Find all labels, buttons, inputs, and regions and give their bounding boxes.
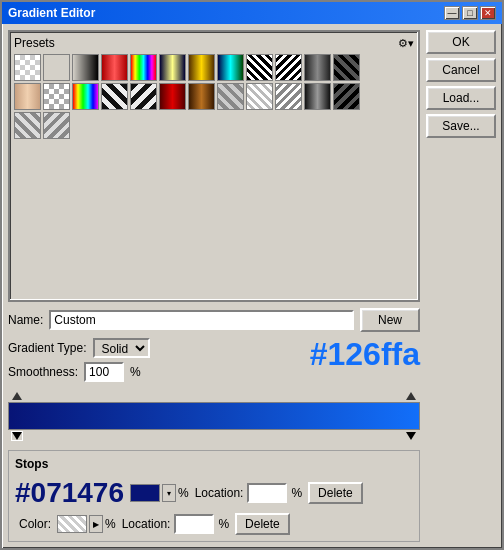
preset-item[interactable]	[159, 54, 186, 81]
save-button[interactable]: Save...	[426, 114, 496, 138]
title-bar-buttons: — □ ✕	[444, 6, 496, 20]
preset-item[interactable]	[188, 83, 215, 110]
gradient-type-select[interactable]: Solid	[93, 338, 150, 358]
location-input-2[interactable]	[174, 514, 214, 534]
preset-item[interactable]	[43, 112, 70, 139]
name-input[interactable]	[49, 310, 354, 330]
cancel-button[interactable]: Cancel	[426, 58, 496, 82]
presets-grid	[14, 54, 414, 139]
preset-item[interactable]	[333, 54, 360, 81]
percent-unit-2: %	[291, 486, 302, 500]
preset-item[interactable]	[101, 54, 128, 81]
color-stop-left[interactable]	[12, 432, 22, 440]
content-area: Presets ⚙▾	[2, 24, 502, 548]
preset-item[interactable]	[101, 83, 128, 110]
presets-row-3	[14, 112, 414, 139]
presets-row-1	[14, 54, 414, 81]
preset-item[interactable]	[43, 83, 70, 110]
stops-row-2: Color: ▶ % Location: % Delete	[15, 513, 413, 535]
presets-header: Presets ⚙▾	[14, 36, 414, 50]
gradient-bar[interactable]	[8, 402, 420, 430]
preset-item[interactable]	[188, 54, 215, 81]
minimize-button[interactable]: —	[444, 6, 460, 20]
top-stops	[8, 392, 420, 400]
opacity-stop-right[interactable]	[406, 392, 416, 400]
name-label: Name:	[8, 313, 43, 327]
preset-item[interactable]	[14, 83, 41, 110]
color-hex-display: #071476	[15, 477, 124, 509]
preset-item[interactable]	[217, 83, 244, 110]
opacity-stop-left[interactable]	[12, 392, 22, 400]
preset-item[interactable]	[72, 83, 99, 110]
preset-item[interactable]	[246, 83, 273, 110]
preset-item[interactable]	[14, 112, 41, 139]
stops-section: Stops #071476 ▾ % Location: %	[8, 450, 420, 542]
new-button[interactable]: New	[360, 308, 420, 332]
stops-label: Stops	[15, 457, 413, 471]
maximize-button[interactable]: □	[462, 6, 478, 20]
title-bar: Gradient Editor — □ ✕	[2, 2, 502, 24]
preset-item[interactable]	[304, 83, 331, 110]
stops-rows: #071476 ▾ % Location: % Delete	[15, 477, 413, 535]
preset-item[interactable]	[217, 54, 244, 81]
location-input-1[interactable]	[247, 483, 287, 503]
location-label-2: Location:	[122, 517, 171, 531]
presets-box: Presets ⚙▾	[8, 30, 420, 302]
smoothness-input[interactable]	[84, 362, 124, 382]
location-row-1: Location: %	[195, 483, 302, 503]
preset-item[interactable]	[72, 54, 99, 81]
gradient-bar-area	[8, 392, 420, 440]
preset-item[interactable]	[159, 83, 186, 110]
name-row: Name: New	[8, 308, 420, 332]
color-stop-right[interactable]	[406, 432, 416, 440]
ok-button[interactable]: OK	[426, 30, 496, 54]
percent-unit-1: %	[178, 486, 189, 500]
gradient-type-label: Gradient Type:	[8, 341, 87, 355]
presets-label: Presets	[14, 36, 55, 50]
smoothness-label: Smoothness:	[8, 365, 78, 379]
presets-row-2	[14, 83, 414, 110]
percent-unit-3: %	[105, 517, 116, 531]
color-swatch[interactable]	[130, 484, 160, 502]
delete-button-2[interactable]: Delete	[235, 513, 290, 535]
close-button[interactable]: ✕	[480, 6, 496, 20]
preset-item[interactable]	[43, 54, 70, 81]
preset-item[interactable]	[333, 83, 360, 110]
gradient-editor-window: Gradient Editor — □ ✕ Presets ⚙▾	[0, 0, 504, 550]
preset-item[interactable]	[130, 83, 157, 110]
preset-item[interactable]	[275, 83, 302, 110]
load-button[interactable]: Load...	[426, 86, 496, 110]
color-label: Color:	[19, 517, 51, 531]
percent-unit-4: %	[218, 517, 229, 531]
preset-item[interactable]	[14, 54, 41, 81]
color-dropdown-arrow[interactable]: ▾	[162, 484, 176, 502]
right-panel: OK Cancel Load... Save...	[426, 30, 496, 542]
preset-item[interactable]	[275, 54, 302, 81]
location-label-1: Location:	[195, 486, 244, 500]
location-row-2: Location: %	[122, 514, 229, 534]
type-smoothness-col: Gradient Type: Solid Smoothness: %	[8, 338, 150, 382]
preset-item[interactable]	[304, 54, 331, 81]
title-bar-text: Gradient Editor	[8, 6, 95, 20]
opacity-arrow[interactable]: ▶	[89, 515, 103, 533]
delete-button-1[interactable]: Delete	[308, 482, 363, 504]
bottom-stops	[8, 432, 420, 440]
color-hex-display-right: #126ffa	[310, 338, 420, 370]
presets-gear-icon[interactable]: ⚙▾	[398, 37, 414, 50]
preset-item[interactable]	[130, 54, 157, 81]
left-panel: Presets ⚙▾	[8, 30, 420, 542]
smoothness-row: Smoothness: %	[8, 362, 150, 382]
color-dropdown-area: ▾ %	[130, 484, 189, 502]
type-smoothness-area: Gradient Type: Solid Smoothness: % #126f…	[8, 338, 420, 382]
smoothness-percent: %	[130, 365, 141, 379]
opacity-swatch[interactable]	[57, 515, 87, 533]
gradient-type-row: Gradient Type: Solid	[8, 338, 150, 358]
stops-row-1: #071476 ▾ % Location: % Delete	[15, 477, 413, 509]
preset-item[interactable]	[246, 54, 273, 81]
opacity-area: ▶ %	[57, 515, 116, 533]
